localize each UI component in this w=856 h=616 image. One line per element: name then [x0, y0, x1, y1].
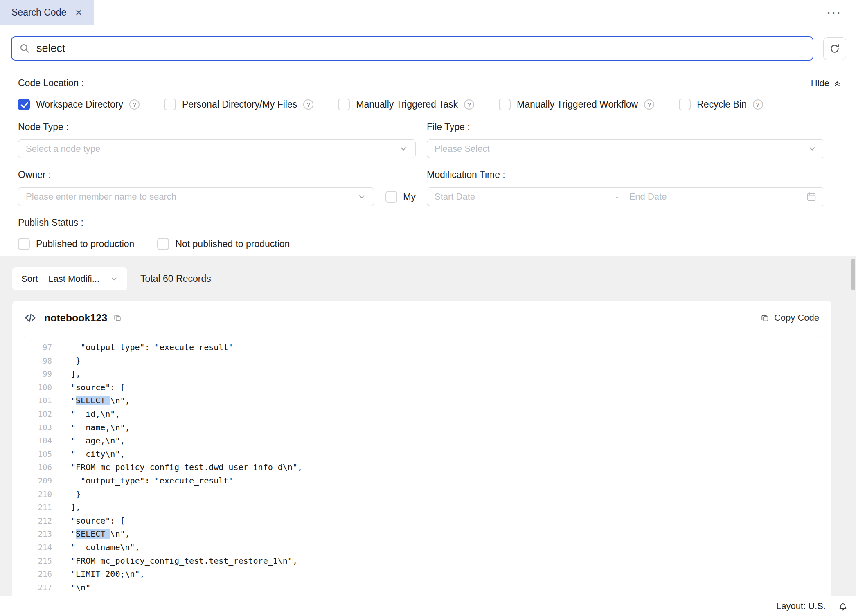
- copy-title-icon[interactable]: [113, 313, 122, 322]
- code-location-label: Code Location :: [18, 78, 84, 89]
- line-content: "SELECT \n",: [66, 394, 130, 407]
- checkbox-published-to-production[interactable]: Published to production: [18, 238, 134, 250]
- owner-row: Please enter member name to search My: [18, 187, 416, 206]
- checkbox[interactable]: [18, 99, 30, 110]
- end-date-placeholder: End Date: [623, 191, 806, 202]
- checkbox[interactable]: [499, 99, 511, 110]
- checkbox[interactable]: [679, 99, 691, 110]
- checkbox-my[interactable]: My: [385, 191, 416, 203]
- refresh-button[interactable]: [823, 37, 846, 60]
- checkbox-label: Published to production: [36, 238, 134, 250]
- search-input[interactable]: select: [11, 36, 813, 61]
- checkbox-label: Manually Triggered Task: [356, 99, 458, 110]
- checkbox[interactable]: [164, 99, 176, 110]
- line-number: 209: [29, 474, 52, 488]
- modification-time-label: Modification Time :: [427, 169, 505, 180]
- checkbox-manually-triggered-task[interactable]: Manually Triggered Task: [338, 99, 474, 110]
- line-content: " city\n",: [66, 447, 125, 461]
- checkbox-recycle-bin[interactable]: Recycle Bin: [679, 99, 763, 110]
- date-range-picker[interactable]: Start Date - End Date: [427, 187, 824, 206]
- tab-search-code[interactable]: Search Code ×: [0, 0, 94, 25]
- results-section: Sort Last Modifi... Total 60 Records not…: [0, 256, 856, 598]
- checkbox-label: Personal Directory/My Files: [182, 99, 297, 110]
- scrollbar-thumb[interactable]: [851, 259, 855, 290]
- sort-label: Sort: [21, 274, 38, 284]
- hide-filters-button[interactable]: Hide: [811, 78, 841, 89]
- line-content: "source": [: [66, 514, 125, 528]
- line-number: 106: [29, 461, 52, 474]
- code-line: 98 }: [29, 354, 819, 368]
- checkbox[interactable]: [338, 99, 350, 110]
- checkbox-label: Manually Triggered Workflow: [517, 99, 638, 110]
- owner-select[interactable]: Please enter member name to search: [18, 187, 374, 206]
- copy-code-button[interactable]: Copy Code: [760, 312, 819, 323]
- tab-label: Search Code: [11, 7, 66, 18]
- help-icon[interactable]: [129, 99, 140, 110]
- line-number: 98: [29, 354, 52, 368]
- line-content: "SELECT \n",: [66, 527, 130, 541]
- line-content: "source": [: [66, 381, 125, 394]
- line-number: 210: [29, 488, 52, 501]
- sort-control[interactable]: Sort Last Modifi...: [12, 267, 127, 290]
- checkbox-not-published-to-production[interactable]: Not published to production: [157, 238, 290, 250]
- search-row: select: [11, 36, 846, 61]
- code-line: 217 "\n": [29, 581, 819, 594]
- code-line: 103 " name,\n",: [29, 421, 819, 434]
- file-type-select[interactable]: Please Select: [427, 139, 824, 158]
- checkbox-label: Not published to production: [175, 238, 290, 250]
- date-separator: -: [611, 191, 622, 202]
- node-type-placeholder: Select a node type: [26, 144, 100, 154]
- help-icon[interactable]: [753, 99, 763, 110]
- sort-row: Sort Last Modifi... Total 60 Records: [12, 267, 831, 290]
- copy-code-label: Copy Code: [774, 312, 819, 323]
- help-icon[interactable]: [644, 99, 654, 110]
- line-number: 215: [29, 554, 52, 568]
- line-number: 213: [29, 527, 52, 541]
- chevron-down-icon: [110, 275, 118, 283]
- line-content: "output_type": "execute_result": [66, 474, 233, 488]
- search-value: select: [36, 42, 65, 55]
- code-line: 100 "source": [: [29, 381, 819, 394]
- refresh-icon: [829, 43, 840, 54]
- code-line: 210 }: [29, 488, 819, 501]
- checkbox-workspace-directory[interactable]: Workspace Directory: [18, 99, 140, 110]
- modification-time-field: Modification Time : Start Date - End Dat…: [427, 169, 824, 206]
- chevron-down-icon: [357, 192, 366, 201]
- help-icon[interactable]: [464, 99, 474, 110]
- tab-bar: Search Code × ⋯: [0, 0, 856, 25]
- code-line: 99 ],: [29, 367, 819, 381]
- code-block[interactable]: 97 "output_type": "execute_result"98 }99…: [24, 335, 819, 598]
- checkbox[interactable]: [157, 238, 169, 250]
- node-type-select[interactable]: Select a node type: [18, 139, 416, 158]
- file-type-label: File Type :: [427, 121, 470, 132]
- total-records: Total 60 Records: [140, 273, 211, 284]
- code-line: 97 "output_type": "execute_result": [29, 341, 819, 354]
- publish-status-label: Publish Status :: [18, 217, 841, 228]
- notebook-title[interactable]: notebook123: [44, 312, 107, 324]
- checkbox[interactable]: [385, 191, 397, 203]
- checkbox[interactable]: [18, 238, 30, 250]
- line-content: "FROM mc_policy_config_test.test_restore…: [66, 554, 297, 568]
- line-number: 216: [29, 567, 52, 581]
- code-lines: 97 "output_type": "execute_result"98 }99…: [29, 341, 819, 594]
- line-number: 102: [29, 407, 52, 421]
- layout-indicator[interactable]: Layout: U.S.: [776, 601, 826, 612]
- bell-icon[interactable]: [837, 600, 849, 612]
- filters-panel: Code Location : Hide Workspace Directory…: [0, 78, 856, 250]
- owner-placeholder: Please enter member name to search: [26, 191, 176, 202]
- checkbox-manually-triggered-workflow[interactable]: Manually Triggered Workflow: [499, 99, 654, 110]
- file-type-placeholder: Please Select: [435, 144, 490, 154]
- checkbox-label: Workspace Directory: [36, 99, 123, 110]
- checkbox-label: Recycle Bin: [697, 99, 746, 110]
- line-number: 217: [29, 581, 52, 594]
- help-icon[interactable]: [303, 99, 313, 110]
- line-number: 211: [29, 501, 52, 514]
- more-menu-icon[interactable]: ⋯: [826, 5, 856, 20]
- node-type-field: Node Type : Select a node type: [18, 121, 416, 158]
- close-icon[interactable]: ×: [75, 7, 82, 18]
- code-line: 101 "SELECT \n",: [29, 394, 819, 407]
- line-number: 97: [29, 341, 52, 354]
- checkbox-personal-directory[interactable]: Personal Directory/My Files: [164, 99, 313, 110]
- code-line: 106 "FROM mc_policy_config_test.dwd_user…: [29, 461, 819, 474]
- text-caret: [72, 42, 73, 56]
